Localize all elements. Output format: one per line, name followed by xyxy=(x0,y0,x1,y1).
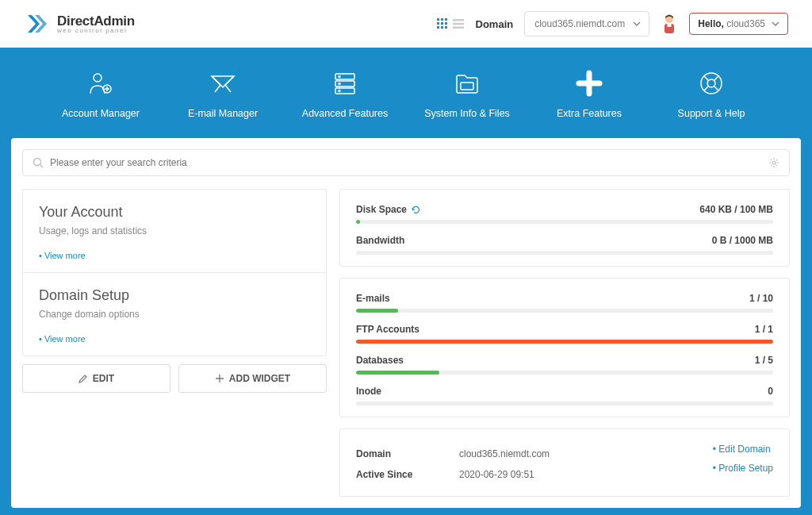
svg-rect-14 xyxy=(668,24,672,27)
stat-name: Disk Space xyxy=(356,204,420,215)
svg-rect-23 xyxy=(461,83,473,90)
caret-down-icon xyxy=(633,21,641,26)
svg-rect-1 xyxy=(441,18,443,21)
svg-rect-7 xyxy=(441,26,443,29)
stat-row: Inode 0 xyxy=(356,386,773,405)
view-more-link[interactable]: View more xyxy=(39,334,86,344)
svg-rect-0 xyxy=(437,18,439,21)
edit-domain-link[interactable]: Edit Domain xyxy=(713,444,771,455)
info-value: 2020-06-29 09:51 xyxy=(459,469,713,480)
svg-point-26 xyxy=(34,159,41,166)
svg-rect-11 xyxy=(453,27,464,29)
pencil-icon xyxy=(79,374,88,383)
svg-rect-2 xyxy=(445,18,447,21)
nav-email-manager[interactable]: E-mail Manager xyxy=(162,70,284,119)
domain-select[interactable]: cloud365.niemdt.com xyxy=(524,11,649,37)
info-label: Active Since xyxy=(356,469,459,480)
profile-setup-link[interactable]: Profile Setup xyxy=(713,463,773,474)
stat-value: 640 KB / 100 MB xyxy=(699,204,773,215)
stat-value: 0 B / 1000 MB xyxy=(712,235,773,246)
svg-rect-10 xyxy=(453,23,464,25)
svg-point-21 xyxy=(339,83,340,85)
usage-top-card: Disk Space 640 KB / 100 MB Bandwidth 0 B… xyxy=(339,189,790,267)
progress-bar xyxy=(356,309,773,313)
svg-point-22 xyxy=(339,90,340,92)
avatar-icon xyxy=(661,13,678,35)
info-value: cloud365.niemdt.com xyxy=(459,448,713,459)
stat-name: E-mails xyxy=(356,293,390,304)
brand-sub: web control panel xyxy=(57,28,135,34)
caret-down-icon xyxy=(772,21,779,26)
stat-name: Bandwidth xyxy=(356,235,404,246)
nav-support-help[interactable]: Support & Help xyxy=(650,70,772,119)
progress-bar xyxy=(356,220,773,224)
search-input[interactable] xyxy=(50,157,768,168)
svg-point-15 xyxy=(94,74,102,82)
main-nav: Account Manager E-mail Manager Advanced … xyxy=(0,48,812,138)
header: DirectAdmin web control panel Domain clo… xyxy=(0,0,812,48)
add-widget-button[interactable]: ADD WIDGET xyxy=(178,364,327,393)
svg-rect-6 xyxy=(437,26,439,29)
nav-advanced-features[interactable]: Advanced Features xyxy=(284,70,406,119)
card-title: Domain Setup xyxy=(39,287,310,304)
card-sub: Change domain options xyxy=(39,309,310,320)
stat-name: Databases xyxy=(356,355,404,366)
nav-extra-features[interactable]: Extra Features xyxy=(528,70,650,119)
refresh-icon[interactable] xyxy=(412,206,420,214)
svg-rect-5 xyxy=(445,22,447,25)
domain-setup-card: Domain Setup Change domain options View … xyxy=(22,272,327,356)
domain-label: Domain xyxy=(476,18,514,30)
svg-rect-8 xyxy=(445,26,447,29)
logo[interactable]: DirectAdmin web control panel xyxy=(24,10,436,37)
progress-bar xyxy=(356,371,773,375)
svg-rect-9 xyxy=(453,19,464,21)
svg-rect-4 xyxy=(441,22,443,25)
nav-account-manager[interactable]: Account Manager xyxy=(40,70,162,119)
your-account-card: Your Account Usage, logs and statistics … xyxy=(22,189,327,272)
stat-row: FTP Accounts 1 / 1 xyxy=(356,324,773,344)
list-view-icon[interactable] xyxy=(452,17,465,30)
stat-row: Bandwidth 0 B / 1000 MB xyxy=(356,235,773,255)
info-label: Domain xyxy=(356,448,459,459)
stat-value: 1 / 10 xyxy=(749,293,773,304)
progress-bar xyxy=(356,402,773,405)
grid-view-icon[interactable] xyxy=(436,17,449,30)
logo-icon xyxy=(24,10,51,37)
stat-name: Inode xyxy=(356,386,381,397)
edit-button[interactable]: EDIT xyxy=(22,364,170,393)
progress-bar xyxy=(356,340,773,344)
card-sub: Usage, logs and statistics xyxy=(39,225,310,236)
stat-row: Disk Space 640 KB / 100 MB xyxy=(356,204,773,224)
brand-name: DirectAdmin xyxy=(57,14,135,28)
stat-row: E-mails 1 / 10 xyxy=(356,293,773,313)
stat-name: FTP Accounts xyxy=(356,324,419,335)
svg-point-27 xyxy=(772,161,776,164)
gear-icon[interactable] xyxy=(768,157,779,168)
svg-point-24 xyxy=(701,73,722,94)
svg-rect-3 xyxy=(437,22,439,25)
card-title: Your Account xyxy=(39,204,310,221)
svg-point-20 xyxy=(339,76,340,78)
progress-bar xyxy=(356,251,773,255)
plus-icon xyxy=(215,374,224,383)
usage-mid-card: E-mails 1 / 10 FTP Accounts 1 / 1 Databa… xyxy=(339,278,790,417)
stat-value: 1 / 5 xyxy=(755,355,773,366)
stat-value: 1 / 1 xyxy=(755,324,773,335)
nav-system-info[interactable]: System Info & Files xyxy=(406,70,528,119)
search-bar[interactable] xyxy=(22,149,790,176)
stat-row: Databases 1 / 5 xyxy=(356,355,773,375)
search-icon xyxy=(33,157,44,168)
view-switch[interactable] xyxy=(436,17,465,30)
view-more-link[interactable]: View more xyxy=(39,251,86,260)
user-menu[interactable]: Hello, cloud365 xyxy=(689,13,788,35)
domain-info-card: Domain cloud365.niemdt.com Active Since … xyxy=(339,429,790,497)
stat-value: 0 xyxy=(768,386,773,397)
